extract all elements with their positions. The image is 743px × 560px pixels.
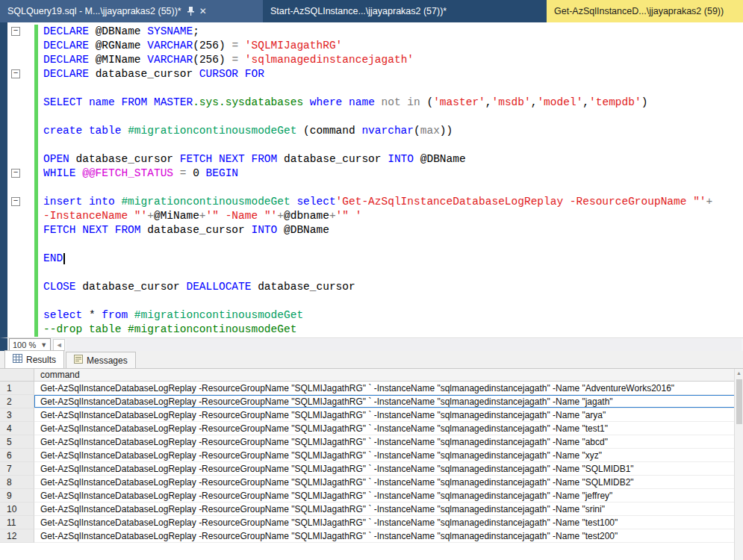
zoom-control[interactable]: 100 % ▼	[9, 338, 51, 352]
close-icon[interactable]: ✕	[199, 6, 207, 16]
code-line[interactable]: select * from #migrationcontinousmodeGet	[7, 308, 743, 323]
fold-margin	[7, 237, 34, 252]
code-line[interactable]: --drop table #migrationcontinousmodeGet	[7, 323, 743, 337]
tab-get-azsqlinstance[interactable]: Get-AzSqlInstanceD...\jjayaprakas2 (59))	[547, 0, 743, 22]
command-cell[interactable]: Get-AzSqlInstanceDatabaseLogReplay -Reso…	[34, 382, 743, 395]
vertical-scrollbar[interactable]: ▲	[734, 369, 743, 560]
row-number[interactable]: 11	[0, 516, 34, 529]
code-line[interactable]: -InstanceName "'+@MiName+'" -Name "'+@db…	[7, 209, 743, 223]
row-number[interactable]: 2	[0, 395, 34, 408]
ssms-window: SQLQuery19.sql - M...\jjayaprakas2 (55))…	[0, 0, 743, 560]
result-row[interactable]: 6Get-AzSqlInstanceDatabaseLogReplay -Res…	[0, 449, 743, 462]
command-cell[interactable]: Get-AzSqlInstanceDatabaseLogReplay -Reso…	[34, 503, 743, 516]
command-cell[interactable]: Get-AzSqlInstanceDatabaseLogReplay -Reso…	[34, 422, 743, 435]
sql-editor[interactable]: −DECLARE @DBName SYSNAME;DECLARE @RGName…	[0, 22, 743, 337]
command-cell[interactable]: Get-AzSqlInstanceDatabaseLogReplay -Reso…	[34, 435, 743, 449]
code-line[interactable]: −insert into #migrationcontinousmodeGet …	[7, 195, 743, 209]
tab-messages[interactable]: Messages	[66, 352, 136, 368]
command-cell[interactable]: Get-AzSqlInstanceDatabaseLogReplay -Reso…	[34, 489, 743, 503]
scroll-left-button[interactable]: ◄	[53, 339, 65, 351]
scroll-up-icon[interactable]: ▲	[735, 369, 743, 378]
result-row[interactable]: 2Get-AzSqlInstanceDatabaseLogReplay -Res…	[0, 395, 743, 408]
change-tracking-bar	[34, 152, 38, 167]
result-row[interactable]: 9Get-AzSqlInstanceDatabaseLogReplay -Res…	[0, 489, 743, 503]
horizontal-scrollbar[interactable]	[66, 339, 742, 351]
row-number[interactable]: 7	[0, 462, 34, 476]
code-line[interactable]: END	[7, 252, 743, 266]
change-tracking-bar	[34, 294, 38, 308]
result-row[interactable]: 1Get-AzSqlInstanceDatabaseLogReplay -Res…	[0, 382, 743, 395]
fold-toggle-icon[interactable]: −	[11, 27, 20, 36]
code-line[interactable]	[7, 181, 743, 195]
text-caret	[63, 253, 65, 264]
row-number[interactable]: 9	[0, 489, 34, 503]
fold-toggle-icon[interactable]: −	[11, 197, 20, 206]
code-line[interactable]: CLOSE database_cursor DEALLOCATE databas…	[7, 280, 743, 294]
scrollbar-thumb[interactable]	[736, 379, 742, 424]
row-number[interactable]: 12	[0, 529, 34, 543]
code-line[interactable]: DECLARE @RGName VARCHAR(256) = 'SQLMIJag…	[7, 39, 743, 53]
grid-rows: 1Get-AzSqlInstanceDatabaseLogReplay -Res…	[0, 382, 743, 543]
code-line[interactable]: −WHILE @@FETCH_STATUS = 0 BEGIN	[7, 167, 743, 181]
row-number[interactable]: 6	[0, 449, 34, 462]
pin-icon[interactable]	[187, 7, 194, 16]
fold-margin	[7, 124, 34, 138]
result-row[interactable]: 10Get-AzSqlInstanceDatabaseLogReplay -Re…	[0, 503, 743, 516]
row-number[interactable]: 1	[0, 382, 34, 395]
tab-label: Start-AzSQLInstance...\jjayaprakas2 (57)…	[270, 6, 447, 16]
result-row[interactable]: 8Get-AzSqlInstanceDatabaseLogReplay -Res…	[0, 476, 743, 489]
code-line[interactable]: FETCH NEXT FROM database_cursor INTO @DB…	[7, 223, 743, 237]
tab-label: Get-AzSqlInstanceD...\jjayaprakas2 (59))	[554, 6, 724, 16]
tab-results[interactable]: Results	[4, 350, 64, 368]
command-cell[interactable]: Get-AzSqlInstanceDatabaseLogReplay -Reso…	[34, 529, 743, 543]
code-line[interactable]: DECLARE @MIName VARCHAR(256) = 'sqlmanag…	[7, 53, 743, 67]
result-row[interactable]: 7Get-AzSqlInstanceDatabaseLogReplay -Res…	[0, 462, 743, 476]
change-tracking-bar	[34, 195, 38, 209]
result-row[interactable]: 12Get-AzSqlInstanceDatabaseLogReplay -Re…	[0, 529, 743, 543]
change-tracking-bar	[34, 138, 38, 152]
code-line[interactable]	[7, 294, 743, 308]
code-line[interactable]: −DECLARE database_cursor CURSOR FOR	[7, 67, 743, 81]
code-text: -InstanceName "'+@MiName+'" -Name "'+@db…	[43, 209, 361, 223]
change-tracking-bar	[34, 308, 38, 323]
fold-margin: −	[7, 167, 34, 181]
command-cell[interactable]: Get-AzSqlInstanceDatabaseLogReplay -Reso…	[34, 395, 743, 408]
row-number[interactable]: 3	[0, 408, 34, 422]
result-row[interactable]: 3Get-AzSqlInstanceDatabaseLogReplay -Res…	[0, 408, 743, 422]
command-cell[interactable]: Get-AzSqlInstanceDatabaseLogReplay -Reso…	[34, 462, 743, 476]
change-tracking-bar	[34, 96, 38, 110]
tab-label: SQLQuery19.sql - M...\jjayaprakas2 (55))…	[7, 6, 181, 16]
code-line[interactable]: create table #migrationcontinousmodeGet …	[7, 124, 743, 138]
code-text: select * from #migrationcontinousmodeGet	[43, 308, 303, 323]
result-row[interactable]: 11Get-AzSqlInstanceDatabaseLogReplay -Re…	[0, 516, 743, 529]
row-number[interactable]: 4	[0, 422, 34, 435]
result-row[interactable]: 5Get-AzSqlInstanceDatabaseLogReplay -Res…	[0, 435, 743, 449]
change-tracking-bar	[34, 167, 38, 181]
command-cell[interactable]: Get-AzSqlInstanceDatabaseLogReplay -Reso…	[34, 476, 743, 489]
code-line[interactable]: OPEN database_cursor FETCH NEXT FROM dat…	[7, 152, 743, 167]
code-line[interactable]	[7, 81, 743, 96]
command-cell[interactable]: Get-AzSqlInstanceDatabaseLogReplay -Reso…	[34, 449, 743, 462]
change-tracking-bar	[34, 237, 38, 252]
code-line[interactable]: SELECT name FROM MASTER.sys.sysdatabases…	[7, 96, 743, 110]
code-line[interactable]	[7, 266, 743, 280]
row-number[interactable]: 10	[0, 503, 34, 516]
grid-corner-cell[interactable]	[0, 369, 34, 382]
tab-start-azsqlinstance[interactable]: Start-AzSQLInstance...\jjayaprakas2 (57)…	[263, 0, 541, 22]
fold-margin	[7, 223, 34, 237]
code-line[interactable]: −DECLARE @DBName SYSNAME;	[7, 25, 743, 39]
tab-sqlquery19[interactable]: SQLQuery19.sql - M...\jjayaprakas2 (55))…	[0, 0, 263, 22]
code-line[interactable]	[7, 237, 743, 252]
row-number[interactable]: 8	[0, 476, 34, 489]
code-line[interactable]	[7, 110, 743, 124]
row-number[interactable]: 5	[0, 435, 34, 449]
result-row[interactable]: 4Get-AzSqlInstanceDatabaseLogReplay -Res…	[0, 422, 743, 435]
command-cell[interactable]: Get-AzSqlInstanceDatabaseLogReplay -Reso…	[34, 516, 743, 529]
fold-margin	[7, 53, 34, 67]
command-cell[interactable]: Get-AzSqlInstanceDatabaseLogReplay -Reso…	[34, 408, 743, 422]
fold-margin	[7, 308, 34, 323]
fold-toggle-icon[interactable]: −	[11, 169, 20, 178]
code-line[interactable]	[7, 138, 743, 152]
fold-toggle-icon[interactable]: −	[11, 69, 20, 78]
column-header-command[interactable]: command	[34, 369, 743, 382]
